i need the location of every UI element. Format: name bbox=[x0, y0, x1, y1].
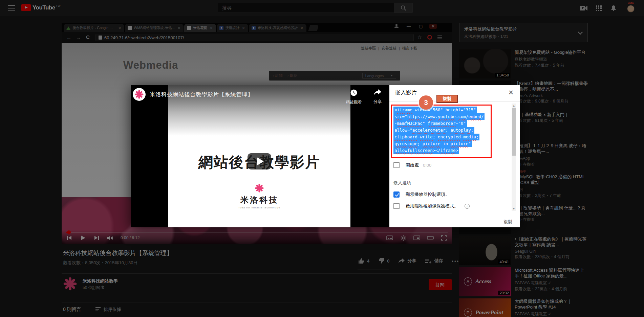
annotation-step-badge: 3 bbox=[419, 95, 433, 110]
embed-preview-player[interactable]: 網站後台教學影片 米洛科技 Idea for miracle technolog… bbox=[131, 85, 389, 227]
watch-later-button[interactable]: 稍後觀看 bbox=[343, 89, 365, 105]
preview-share-label: 分享 bbox=[367, 99, 388, 105]
start-at-label: 開始處 bbox=[406, 162, 419, 168]
youtube-watch-page: YouTube TW Ada 後台教學影片 - Google 雲... ✕ bbox=[0, 0, 644, 317]
preview-play-button[interactable] bbox=[248, 153, 271, 169]
dialog-scrollbar[interactable]: ▲ ▼ bbox=[512, 104, 516, 211]
miracle-logo: 米洛科技 Idea for miracle technology bbox=[168, 184, 350, 209]
annotation-highlight-rect bbox=[391, 105, 492, 158]
logo-tagline: Idea for miracle technology bbox=[168, 206, 350, 209]
share-arrow-icon bbox=[373, 89, 382, 96]
scroll-up-icon[interactable]: ▲ bbox=[512, 104, 516, 107]
preview-video-title[interactable]: 米洛科技網站後台教學影片【系統管理】 bbox=[150, 91, 253, 98]
watch-later-label: 稍後觀看 bbox=[343, 99, 365, 105]
privacy-mode-checkbox[interactable] bbox=[393, 203, 400, 209]
start-at-value[interactable]: 0:00 bbox=[423, 163, 431, 168]
copy-button[interactable]: 複製 bbox=[503, 219, 512, 225]
embed-options-label: 嵌入選項 bbox=[393, 180, 411, 186]
preview-share-button[interactable]: 分享 bbox=[367, 89, 388, 105]
annotation-copy-callout: 複製 bbox=[436, 95, 458, 103]
clock-icon bbox=[350, 89, 358, 96]
preview-channel-avatar[interactable] bbox=[133, 88, 146, 101]
privacy-mode-label: 啟用隱私權加強保護模式。 bbox=[406, 203, 458, 209]
logo-text: 米洛科技 bbox=[168, 195, 350, 205]
asterisk-logo-icon bbox=[255, 184, 264, 193]
close-icon[interactable]: ✕ bbox=[508, 89, 514, 96]
info-icon[interactable]: i bbox=[465, 204, 470, 209]
scroll-down-icon[interactable]: ▼ bbox=[512, 207, 516, 210]
scrollbar-thumb[interactable] bbox=[512, 108, 516, 156]
show-controls-checkbox[interactable] bbox=[393, 191, 400, 198]
dialog-title: 嵌入影片 bbox=[395, 89, 417, 96]
show-controls-label: 顯示播放器控制選項。 bbox=[406, 191, 450, 198]
start-at-checkbox[interactable] bbox=[393, 162, 400, 168]
